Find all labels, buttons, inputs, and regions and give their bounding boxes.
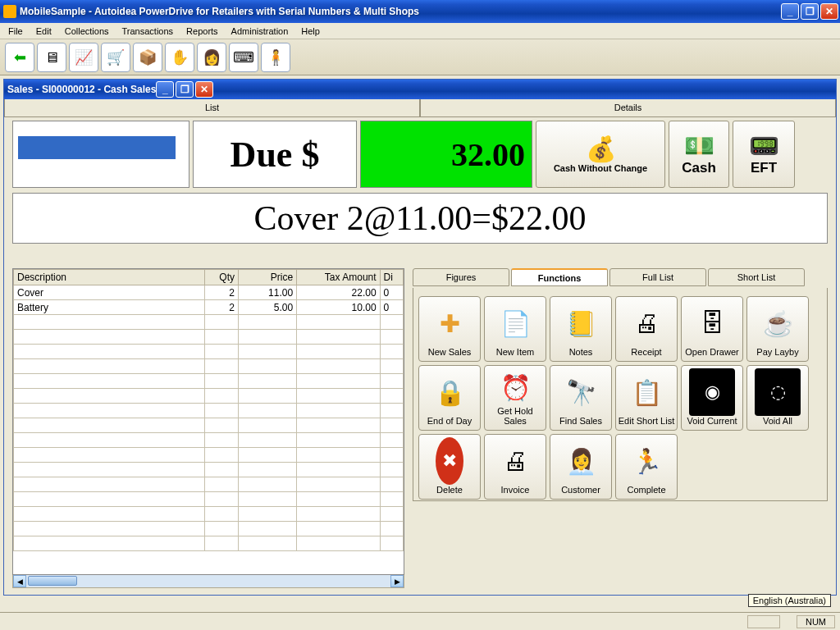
plus-icon: ✚ xyxy=(440,299,460,347)
cell-di: 0 xyxy=(380,285,403,300)
maximize-button[interactable]: ❐ xyxy=(801,3,819,20)
items-grid[interactable]: Description Qty Price Tax Amount Di Cove… xyxy=(12,268,404,575)
notes-button[interactable]: 📒Notes xyxy=(550,296,612,362)
cell-desc: Battery xyxy=(14,300,205,315)
chart-button[interactable]: 📈 xyxy=(69,43,98,72)
cash-without-change-button[interactable]: 💰 Cash Without Change xyxy=(536,121,665,188)
eft-button[interactable]: 📟 EFT xyxy=(733,121,795,188)
find-sales-button[interactable]: 🔭Find Sales xyxy=(550,365,612,431)
label: Delete xyxy=(436,485,463,495)
progress-box xyxy=(12,121,189,188)
box-icon: 📦 xyxy=(139,48,157,66)
subtab-short-list[interactable]: Short List xyxy=(708,268,805,286)
label: Invoice xyxy=(501,485,530,495)
support-button[interactable]: 👩 xyxy=(197,43,226,72)
eft-label: EFT xyxy=(751,160,777,176)
cash-button[interactable]: 💵 Cash xyxy=(669,121,729,188)
menu-edit[interactable]: Edit xyxy=(30,25,58,38)
label: Receipt xyxy=(631,347,661,357)
app-titlebar: MobileSample - Autoidea PowerDrive for R… xyxy=(0,0,840,23)
void-all-button[interactable]: ◌Void All xyxy=(746,365,809,431)
person-button[interactable]: 🧍 xyxy=(261,43,290,72)
scroll-right-icon[interactable]: ▶ xyxy=(390,575,404,587)
sales-maximize-button[interactable]: ❐ xyxy=(176,81,194,98)
subtab-figures[interactable]: Figures xyxy=(413,268,509,286)
app-icon xyxy=(3,5,16,18)
due-label: Due $ xyxy=(231,134,320,176)
line-text: Cover 2@11.00=$22.00 xyxy=(254,199,587,238)
tab-details[interactable]: Details xyxy=(420,99,836,117)
new-doc-icon: 📄 xyxy=(500,299,531,347)
col-tax-amount[interactable]: Tax Amount xyxy=(297,270,380,285)
invoice-button[interactable]: 🖨Invoice xyxy=(484,434,546,500)
hand-button[interactable]: ✋ xyxy=(165,43,194,72)
right-panel: Figures Functions Full List Short List ✚… xyxy=(413,268,828,588)
end-of-day-button[interactable]: 🔒End of Day xyxy=(418,365,481,431)
customer-icon: 👩‍💼 xyxy=(566,437,596,485)
new-item-button[interactable]: 📄New Item xyxy=(484,296,546,362)
new-sales-button[interactable]: ✚New Sales xyxy=(418,296,481,362)
complete-button[interactable]: 🏃Complete xyxy=(615,434,678,500)
grid-hscrollbar[interactable]: ◀ ▶ xyxy=(12,575,404,588)
menu-help[interactable]: Help xyxy=(294,25,326,38)
pay-layby-button[interactable]: ☕Pay Layby xyxy=(746,296,809,362)
alarm-icon: ⏰ xyxy=(500,368,531,406)
receipt-button[interactable]: 🖨Receipt xyxy=(615,296,678,362)
cart-button[interactable]: 🛒 xyxy=(101,43,130,72)
back-button[interactable]: ⬅ xyxy=(5,43,34,72)
padlock-icon: 🔒 xyxy=(435,368,465,416)
sales-tabs: List Details xyxy=(4,99,836,117)
menu-collections[interactable]: Collections xyxy=(58,25,116,38)
menu-reports[interactable]: Reports xyxy=(180,25,225,38)
tab-list[interactable]: List xyxy=(4,99,420,117)
sales-window: Sales - SI00000012 - Cash Sales _ ❐ ✕ Li… xyxy=(3,79,837,596)
edit-short-list-button[interactable]: 📋Edit Short List xyxy=(615,365,678,431)
col-description[interactable]: Description xyxy=(14,270,205,285)
person-icon: 🧍 xyxy=(267,48,285,66)
scroll-track[interactable] xyxy=(26,575,390,587)
label: Edit Short List xyxy=(619,416,674,426)
menu-bar: File Edit Collections Transactions Repor… xyxy=(0,23,840,39)
close-button[interactable]: ✕ xyxy=(820,3,838,20)
sales-close-button[interactable]: ✕ xyxy=(195,81,213,98)
open-drawer-button[interactable]: 🗄Open Drawer xyxy=(681,296,743,362)
cwc-label: Cash Without Change xyxy=(554,163,647,173)
moneybag-icon: 💰 xyxy=(586,135,616,163)
box-button[interactable]: 📦 xyxy=(133,43,162,72)
status-num: NUM xyxy=(797,615,835,628)
label: Customer xyxy=(561,485,600,495)
customer-button[interactable]: 👩‍💼Customer xyxy=(550,434,612,500)
hand-icon: ✋ xyxy=(171,48,189,66)
notepad-icon: 📒 xyxy=(566,299,596,347)
support-icon: 👩 xyxy=(203,48,221,66)
scroll-thumb[interactable] xyxy=(28,576,77,586)
delete-button[interactable]: ✖Delete xyxy=(418,434,481,500)
table-row[interactable]: Battery 2 5.00 10.00 0 xyxy=(14,300,404,315)
drawer-icon: 🗄 xyxy=(700,299,724,347)
cell-qty: 2 xyxy=(205,285,239,300)
terminal-button[interactable]: 🖥 xyxy=(37,43,66,72)
subtab-full-list[interactable]: Full List xyxy=(609,268,706,286)
sales-minimize-button[interactable]: _ xyxy=(156,81,174,98)
col-di[interactable]: Di xyxy=(380,270,403,285)
void-current-button[interactable]: ◉Void Current xyxy=(681,365,743,431)
col-price[interactable]: Price xyxy=(239,270,297,285)
cell-qty: 2 xyxy=(205,300,239,315)
get-hold-sales-button[interactable]: ⏰Get Hold Sales xyxy=(484,365,546,431)
cash-label: Cash xyxy=(682,160,716,176)
col-qty[interactable]: Qty xyxy=(205,270,239,285)
minimize-button[interactable]: _ xyxy=(781,3,799,20)
subtab-functions[interactable]: Functions xyxy=(511,268,608,286)
keyboard-button[interactable]: ⌨ xyxy=(229,43,258,72)
table-row[interactable]: Cover 2 11.00 22.00 0 xyxy=(14,285,404,300)
app-title: MobileSample - Autoidea PowerDrive for R… xyxy=(20,6,781,17)
menu-transactions[interactable]: Transactions xyxy=(116,25,180,38)
chart-icon: 📈 xyxy=(75,48,93,66)
menu-administration[interactable]: Administration xyxy=(225,25,295,38)
cell-di: 0 xyxy=(380,300,403,315)
menu-file[interactable]: File xyxy=(2,25,30,38)
sales-title: Sales - SI00000012 - Cash Sales xyxy=(7,84,156,95)
label: Notes xyxy=(569,347,593,357)
label: New Item xyxy=(496,347,534,357)
scroll-left-icon[interactable]: ◀ xyxy=(13,575,26,587)
